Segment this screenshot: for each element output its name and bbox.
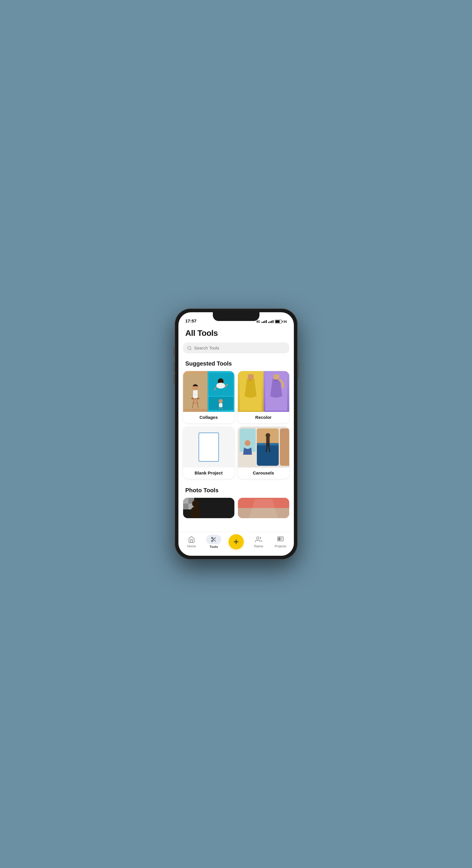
photo-tools-title: Photo Tools [178, 486, 294, 498]
svg-point-13 [216, 383, 225, 389]
search-input[interactable] [194, 345, 285, 350]
svg-rect-23 [248, 374, 254, 379]
svg-point-43 [192, 500, 199, 507]
nav-label-home: Home [187, 545, 196, 548]
svg-point-48 [212, 540, 213, 542]
recolor-img-left [238, 371, 264, 412]
svg-point-54 [257, 537, 259, 539]
svg-point-47 [212, 537, 213, 539]
photo-tools-grid [178, 498, 294, 518]
page-title: All Tools [185, 329, 287, 338]
blank-project-label: Blank Project [183, 467, 234, 479]
svg-rect-33 [266, 437, 270, 446]
blank-rect [199, 433, 219, 462]
photo-tool-card-2[interactable] [238, 498, 289, 518]
carousels-image [238, 427, 289, 467]
teams-icon [255, 535, 263, 544]
signal-bars-2 [268, 320, 273, 323]
projects-icon [276, 535, 285, 544]
nav-item-projects[interactable]: Projects [273, 535, 288, 548]
collage-img-left [183, 371, 208, 412]
recolor-label: Recolor [238, 412, 289, 423]
carousel-photo-3 [280, 429, 289, 466]
nav-label-projects: Projects [275, 545, 286, 548]
battery-level: 54 [284, 320, 287, 323]
svg-point-0 [188, 346, 191, 349]
nav-fab-add[interactable] [229, 534, 244, 549]
svg-line-51 [213, 538, 214, 539]
carousels-label: Carousels [238, 467, 289, 479]
carousel-photo-1 [240, 429, 256, 466]
svg-rect-39 [183, 498, 188, 504]
svg-rect-9 [194, 398, 195, 405]
svg-line-50 [214, 540, 216, 541]
recolor-image [238, 371, 289, 412]
network-type: 4G [256, 320, 260, 323]
main-content: All Tools Suggested Tools [178, 325, 294, 556]
tool-card-collages[interactable]: Collages [183, 371, 234, 423]
status-icons: 4G 54 [256, 320, 287, 323]
collage-img-right [208, 371, 234, 412]
suggested-tools-title: Suggested Tools [178, 359, 294, 371]
status-time: 17:57 [185, 318, 197, 323]
carousel-photo-2 [257, 429, 279, 466]
notch [213, 312, 260, 321]
svg-rect-56 [278, 538, 280, 540]
collages-image [183, 371, 234, 412]
nav-item-home[interactable]: Home [184, 535, 199, 548]
recolor-img-right [264, 371, 289, 412]
bottom-nav: Home Tools [178, 532, 294, 556]
tool-card-carousels[interactable]: Carousels [238, 427, 289, 479]
svg-line-1 [190, 349, 191, 350]
svg-rect-7 [193, 390, 198, 398]
tool-card-recolor[interactable]: Recolor [238, 371, 289, 423]
tools-nav-bg [206, 535, 221, 544]
suggested-tools-grid: Collages [178, 371, 294, 479]
collages-label: Collages [183, 412, 234, 423]
search-icon [187, 346, 192, 350]
svg-rect-37 [280, 429, 289, 466]
nav-item-tools[interactable]: Tools [206, 535, 221, 549]
svg-point-44 [190, 506, 201, 518]
search-bar[interactable] [183, 343, 289, 353]
home-icon [187, 535, 196, 544]
nav-item-teams[interactable]: Teams [251, 535, 266, 548]
photo-tool-bg-remove[interactable] [183, 498, 234, 518]
blank-project-image [183, 427, 234, 467]
svg-rect-26 [273, 374, 279, 379]
nav-label-tools: Tools [210, 545, 218, 549]
svg-point-29 [245, 440, 250, 446]
svg-rect-10 [196, 398, 197, 405]
svg-rect-41 [183, 504, 188, 509]
svg-rect-31 [257, 444, 279, 466]
svg-point-17 [219, 399, 223, 403]
nav-label-teams: Teams [254, 545, 263, 548]
svg-rect-18 [219, 403, 223, 407]
tool-card-blank-project[interactable]: Blank Project [183, 427, 234, 479]
svg-point-34 [266, 433, 270, 438]
battery-icon [275, 320, 282, 323]
signal-bars [262, 320, 267, 323]
page-header: All Tools [178, 325, 294, 343]
